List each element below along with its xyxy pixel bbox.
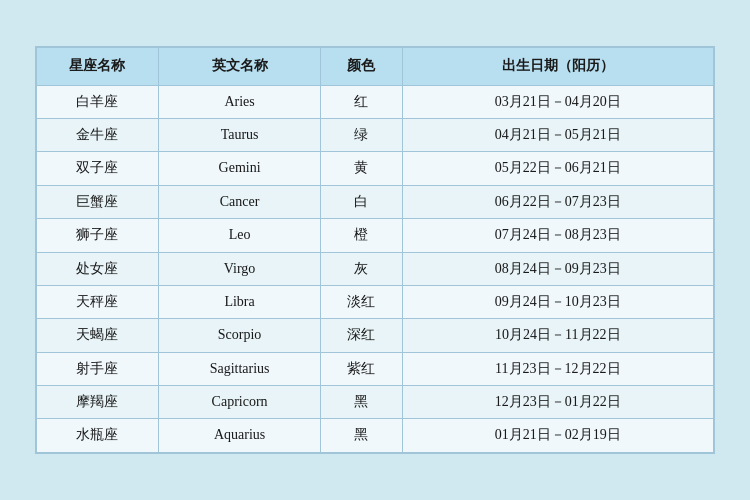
cell-color: 黑 [321, 419, 402, 452]
cell-date: 08月24日－09月23日 [402, 252, 713, 285]
cell-cn: 水瓶座 [37, 419, 159, 452]
cell-date: 11月23日－12月22日 [402, 352, 713, 385]
cell-en: Leo [158, 219, 320, 252]
table-row: 射手座Sagittarius紫红11月23日－12月22日 [37, 352, 714, 385]
cell-en: Capricorn [158, 386, 320, 419]
table-row: 金牛座Taurus绿04月21日－05月21日 [37, 118, 714, 151]
cell-date: 04月21日－05月21日 [402, 118, 713, 151]
zodiac-table: 星座名称 英文名称 颜色 出生日期（阳历） 白羊座Aries红03月21日－04… [36, 47, 714, 453]
table-row: 狮子座Leo橙07月24日－08月23日 [37, 219, 714, 252]
cell-color: 紫红 [321, 352, 402, 385]
cell-cn: 摩羯座 [37, 386, 159, 419]
table-row: 处女座Virgo灰08月24日－09月23日 [37, 252, 714, 285]
cell-color: 黄 [321, 152, 402, 185]
cell-en: Gemini [158, 152, 320, 185]
cell-en: Sagittarius [158, 352, 320, 385]
table-row: 摩羯座Capricorn黑12月23日－01月22日 [37, 386, 714, 419]
cell-en: Libra [158, 285, 320, 318]
cell-en: Taurus [158, 118, 320, 151]
cell-cn: 巨蟹座 [37, 185, 159, 218]
table-row: 双子座Gemini黄05月22日－06月21日 [37, 152, 714, 185]
cell-cn: 处女座 [37, 252, 159, 285]
cell-color: 黑 [321, 386, 402, 419]
cell-date: 05月22日－06月21日 [402, 152, 713, 185]
cell-cn: 天秤座 [37, 285, 159, 318]
zodiac-table-container: 星座名称 英文名称 颜色 出生日期（阳历） 白羊座Aries红03月21日－04… [35, 46, 715, 454]
cell-en: Scorpio [158, 319, 320, 352]
cell-color: 红 [321, 85, 402, 118]
cell-color: 深红 [321, 319, 402, 352]
header-en: 英文名称 [158, 48, 320, 85]
cell-color: 灰 [321, 252, 402, 285]
cell-date: 07月24日－08月23日 [402, 219, 713, 252]
cell-cn: 天蝎座 [37, 319, 159, 352]
cell-cn: 射手座 [37, 352, 159, 385]
cell-en: Aquarius [158, 419, 320, 452]
header-date: 出生日期（阳历） [402, 48, 713, 85]
cell-color: 绿 [321, 118, 402, 151]
cell-date: 10月24日－11月22日 [402, 319, 713, 352]
cell-color: 白 [321, 185, 402, 218]
cell-date: 06月22日－07月23日 [402, 185, 713, 218]
cell-date: 01月21日－02月19日 [402, 419, 713, 452]
cell-date: 03月21日－04月20日 [402, 85, 713, 118]
header-cn: 星座名称 [37, 48, 159, 85]
table-header-row: 星座名称 英文名称 颜色 出生日期（阳历） [37, 48, 714, 85]
cell-color: 橙 [321, 219, 402, 252]
table-row: 巨蟹座Cancer白06月22日－07月23日 [37, 185, 714, 218]
cell-en: Cancer [158, 185, 320, 218]
cell-en: Aries [158, 85, 320, 118]
header-color: 颜色 [321, 48, 402, 85]
cell-cn: 狮子座 [37, 219, 159, 252]
cell-date: 09月24日－10月23日 [402, 285, 713, 318]
cell-cn: 白羊座 [37, 85, 159, 118]
table-row: 天秤座Libra淡红09月24日－10月23日 [37, 285, 714, 318]
cell-en: Virgo [158, 252, 320, 285]
table-row: 白羊座Aries红03月21日－04月20日 [37, 85, 714, 118]
cell-cn: 金牛座 [37, 118, 159, 151]
cell-date: 12月23日－01月22日 [402, 386, 713, 419]
cell-cn: 双子座 [37, 152, 159, 185]
cell-color: 淡红 [321, 285, 402, 318]
table-row: 天蝎座Scorpio深红10月24日－11月22日 [37, 319, 714, 352]
table-row: 水瓶座Aquarius黑01月21日－02月19日 [37, 419, 714, 452]
